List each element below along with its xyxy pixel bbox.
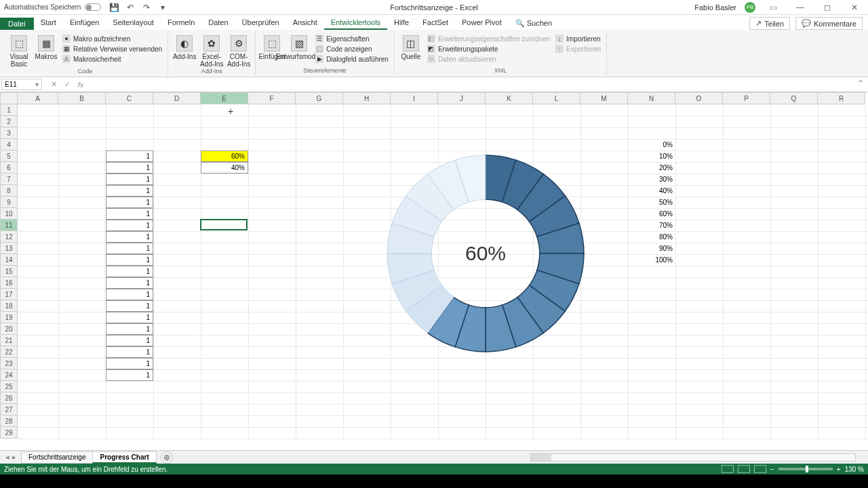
cancel-formula-icon[interactable]: ✕ — [47, 79, 60, 90]
column-header-M[interactable]: M — [580, 92, 628, 104]
column-header-J[interactable]: J — [438, 92, 486, 104]
column-header-A[interactable]: A — [18, 92, 58, 104]
share-button[interactable]: ↗ Teilen — [749, 17, 790, 30]
column-header-I[interactable]: I — [391, 92, 438, 104]
row-header-28[interactable]: 28 — [0, 415, 18, 427]
cell-N8[interactable]: 40% — [628, 185, 675, 197]
row-header-4[interactable]: 4 — [0, 139, 18, 150]
minimize-icon[interactable]: — — [791, 1, 810, 14]
relative-refs-button[interactable]: ▦Relative Verweise verwenden — [61, 44, 163, 54]
page-layout-view-icon[interactable] — [738, 465, 750, 473]
accept-formula-icon[interactable]: ✓ — [61, 79, 73, 90]
macros-button[interactable]: ▦Makros — [34, 33, 58, 68]
zoom-level[interactable]: 130 % — [845, 466, 864, 473]
cell-C22[interactable]: 1 — [106, 346, 153, 358]
cell-C18[interactable]: 1 — [106, 300, 153, 312]
tab-überprüfen[interactable]: Überprüfen — [235, 16, 286, 30]
macro-security-button[interactable]: ⚠Makrosicherheit — [61, 54, 163, 64]
column-header-R[interactable]: R — [818, 92, 865, 104]
cell-N14[interactable]: 100% — [628, 254, 675, 266]
row-header-17[interactable]: 17 — [0, 289, 18, 300]
autosave-toggle[interactable]: Automatisches Speichern — [4, 3, 101, 11]
qat-more-icon[interactable]: ▾ — [158, 3, 167, 12]
select-all-corner[interactable] — [0, 92, 18, 104]
row-header-10[interactable]: 10 — [0, 208, 18, 220]
horizontal-scrollbar[interactable] — [530, 453, 856, 462]
cell-C7[interactable]: 1 — [106, 174, 153, 185]
row-header-21[interactable]: 21 — [0, 335, 18, 346]
cell-N5[interactable]: 10% — [628, 150, 675, 162]
scrollbar-thumb[interactable] — [531, 454, 551, 461]
sheet-tab-fortschrittsanzeige[interactable]: Fortschrittsanzeige — [21, 451, 93, 464]
sheet-nav-next-icon[interactable]: ▸ — [12, 453, 16, 462]
cell-N13[interactable]: 90% — [628, 243, 675, 254]
column-header-F[interactable]: F — [248, 92, 296, 104]
save-icon[interactable]: 💾 — [109, 3, 119, 12]
name-box-dropdown-icon[interactable]: ▾ — [35, 81, 39, 88]
import-button[interactable]: ↓Importieren — [554, 34, 602, 43]
collapse-ribbon-icon[interactable]: ⌃ — [857, 79, 864, 88]
progress-donut-chart[interactable]: 60% — [384, 152, 587, 355]
row-header-16[interactable]: 16 — [0, 277, 18, 289]
com-addins-button[interactable]: ⚙COM-Add-Ins — [226, 33, 251, 68]
column-header-H[interactable]: H — [343, 92, 391, 104]
row-header-2[interactable]: 2 — [0, 116, 18, 127]
cell-C15[interactable]: 1 — [106, 266, 153, 277]
visual-basic-button[interactable]: ⬚Visual Basic — [7, 33, 31, 68]
cell-C8[interactable]: 1 — [106, 185, 153, 197]
formula-input[interactable] — [91, 79, 868, 91]
column-header-B[interactable]: B — [58, 92, 106, 104]
design-mode-button[interactable]: ▧Entwurfsmodus — [287, 33, 311, 67]
source-button[interactable]: ◫Quelle — [399, 33, 423, 67]
row-header-1[interactable]: 1 — [0, 104, 18, 116]
record-macro-button[interactable]: ●Makro aufzeichnen — [61, 34, 163, 43]
row-header-8[interactable]: 8 — [0, 185, 18, 197]
row-header-15[interactable]: 15 — [0, 266, 18, 277]
tab-entwicklertools[interactable]: Entwicklertools — [324, 16, 387, 30]
cell-N9[interactable]: 50% — [628, 197, 675, 208]
row-header-26[interactable]: 26 — [0, 392, 18, 404]
tab-daten[interactable]: Daten — [201, 16, 235, 30]
cell-C24[interactable]: 1 — [106, 369, 153, 381]
dialog-button[interactable]: ▶Dialogfeld ausführen — [314, 54, 390, 64]
row-header-18[interactable]: 18 — [0, 300, 18, 312]
column-header-P[interactable]: P — [723, 92, 770, 104]
column-header-C[interactable]: C — [106, 92, 153, 104]
cell-C21[interactable]: 1 — [106, 335, 153, 346]
cell-C10[interactable]: 1 — [106, 208, 153, 220]
comments-button[interactable]: 💬 Kommentare — [795, 17, 863, 30]
zoom-thumb[interactable] — [806, 466, 808, 472]
toggle-icon[interactable] — [85, 3, 101, 11]
row-header-20[interactable]: 20 — [0, 323, 18, 335]
cell-C14[interactable]: 1 — [106, 254, 153, 266]
row-header-27[interactable]: 27 — [0, 404, 18, 415]
tab-factset[interactable]: FactSet — [416, 16, 455, 30]
normal-view-icon[interactable] — [722, 465, 734, 473]
cell-C19[interactable]: 1 — [106, 312, 153, 323]
cell-E5[interactable]: 60% — [201, 150, 248, 162]
maximize-icon[interactable]: ◻ — [818, 1, 837, 14]
tab-seitenlayout[interactable]: Seitenlayout — [106, 16, 161, 30]
cell-C20[interactable]: 1 — [106, 323, 153, 335]
user-name[interactable]: Fabio Basler — [694, 3, 736, 12]
cell-N12[interactable]: 80% — [628, 231, 675, 243]
cell-C16[interactable]: 1 — [106, 277, 153, 289]
tab-einfügen[interactable]: Einfügen — [63, 16, 106, 30]
row-header-7[interactable]: 7 — [0, 174, 18, 185]
view-code-button[interactable]: ⬚Code anzeigen — [314, 44, 390, 54]
name-box[interactable]: E11▾ — [1, 79, 42, 90]
cell-C9[interactable]: 1 — [106, 197, 153, 208]
fx-icon[interactable]: fx — [75, 79, 87, 90]
page-break-view-icon[interactable] — [754, 465, 766, 473]
cell-N6[interactable]: 20% — [628, 162, 675, 174]
tab-start[interactable]: Start — [34, 16, 63, 30]
cell-N7[interactable]: 30% — [628, 174, 675, 185]
tab-hilfe[interactable]: Hilfe — [387, 16, 416, 30]
cell-C13[interactable]: 1 — [106, 243, 153, 254]
cell-E6[interactable]: 40% — [201, 162, 248, 174]
excel-addins-button[interactable]: ✿Excel-Add-Ins — [199, 33, 224, 68]
row-header-22[interactable]: 22 — [0, 346, 18, 358]
row-header-11[interactable]: 11 — [0, 220, 18, 231]
row-header-12[interactable]: 12 — [0, 231, 18, 243]
cell-N11[interactable]: 70% — [628, 220, 675, 231]
